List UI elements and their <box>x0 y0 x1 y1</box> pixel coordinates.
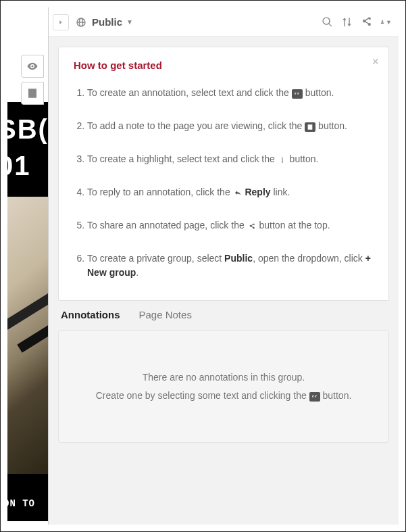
tab-annotations[interactable]: Annotations <box>61 309 120 320</box>
sort-icon <box>341 16 353 28</box>
close-button[interactable]: × <box>372 55 379 68</box>
annotation-sidebar: Public ▼ ▼ × How to get started To creat… <box>48 7 399 525</box>
empty-line-1: There are no annotations in this group. <box>72 368 375 387</box>
search-button[interactable] <box>322 16 333 28</box>
tab-page-notes[interactable]: Page Notes <box>139 309 192 320</box>
quote-icon <box>309 392 320 402</box>
chevron-down-icon: ▼ <box>386 19 392 26</box>
reply-icon <box>233 189 243 198</box>
new-page-note-button[interactable] <box>21 82 44 105</box>
step-item: To create an annotation, select text and… <box>87 86 374 100</box>
user-menu[interactable]: ▼ <box>380 16 392 28</box>
note-icon <box>305 122 315 132</box>
quote-icon <box>292 89 303 99</box>
step-item: To add a note to the page you are viewin… <box>87 119 374 133</box>
highlight-icon <box>278 155 287 165</box>
chevron-down-icon: ▼ <box>126 18 133 26</box>
share-icon <box>361 16 372 28</box>
card-title: How to get started <box>74 59 374 71</box>
group-selector[interactable]: Public ▼ <box>76 16 133 28</box>
bg-image <box>7 197 48 474</box>
search-icon <box>322 16 333 28</box>
getting-started-card: × How to get started To create an annota… <box>58 47 389 301</box>
globe-icon <box>76 17 86 28</box>
user-icon <box>380 16 384 28</box>
bg-caption: ON TO <box>7 498 35 509</box>
note-icon <box>26 87 39 99</box>
empty-line-2: Create one by selecting some text and cl… <box>72 387 375 405</box>
sort-button[interactable] <box>341 16 353 28</box>
share-icon <box>247 222 257 231</box>
share-button[interactable] <box>361 16 372 28</box>
top-actions: ▼ <box>322 16 392 28</box>
bg-text-1: SB( <box>7 114 48 145</box>
content-tabs: Annotations Page Notes <box>58 301 389 330</box>
empty-state: There are no annotations in this group. … <box>58 330 389 443</box>
step-item: To share an annotated page, click the bu… <box>87 218 374 233</box>
step-item: To create a highlight, select text and c… <box>87 152 374 166</box>
chevron-right-icon <box>57 19 64 26</box>
collapse-sidebar-button[interactable] <box>53 14 69 30</box>
topbar: Public ▼ ▼ <box>49 7 399 37</box>
step-item: To reply to an annotation, click the Rep… <box>87 185 374 199</box>
toggle-visibility-button[interactable] <box>21 55 44 78</box>
sidebar-rail <box>21 55 44 109</box>
group-label: Public <box>92 16 122 28</box>
eye-icon <box>26 60 39 72</box>
step-item: To create a private group, select Public… <box>87 251 374 280</box>
steps-list: To create an annotation, select text and… <box>74 86 374 280</box>
bg-text-2: 01 <box>7 151 31 181</box>
